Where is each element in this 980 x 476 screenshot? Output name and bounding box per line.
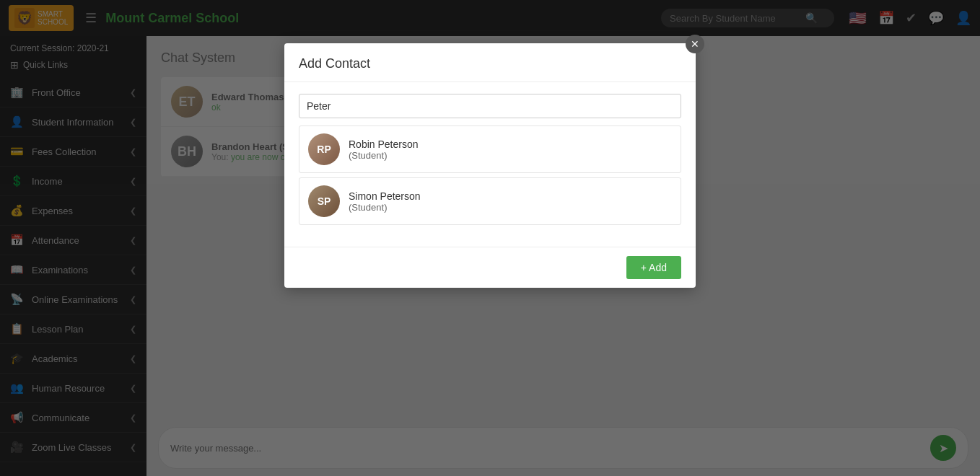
add-contact-modal: ✕ Add Contact RP Robin Peterson (Student… [284,43,696,288]
modal-close-button[interactable]: ✕ [686,35,704,53]
contact-name: Simon Peterson [349,190,421,202]
contact-type: (Student) [349,202,421,213]
modal-overlay[interactable]: ✕ Add Contact RP Robin Peterson (Student… [0,0,980,476]
contact-avatar-robin: RP [308,133,340,165]
modal-body: RP Robin Peterson (Student) SP Simon Pet… [284,82,696,241]
contact-search-input[interactable] [299,94,681,118]
modal-title: Add Contact [284,43,696,82]
contact-result-robin[interactable]: RP Robin Peterson (Student) [299,125,681,173]
contact-name: Robin Peterson [349,138,419,150]
contact-result-simon[interactable]: SP Simon Peterson (Student) [299,177,681,225]
add-contact-button[interactable]: + Add [626,256,681,279]
modal-footer: + Add [284,247,696,288]
contact-type: (Student) [349,150,419,161]
contact-info-robin: Robin Peterson (Student) [349,138,419,161]
contact-info-simon: Simon Peterson (Student) [349,190,421,213]
contact-avatar-simon: SP [308,185,340,217]
